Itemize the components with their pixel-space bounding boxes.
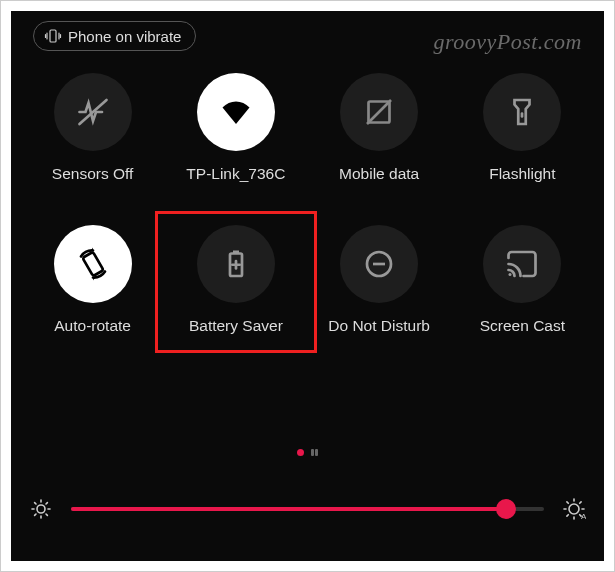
flashlight-icon [504,94,540,130]
mobile-data-off-icon [361,94,397,130]
sensors-off-icon [75,94,111,130]
ringer-status-chip[interactable]: Phone on vibrate [33,21,196,51]
quick-settings-grid: Sensors Off TP-Link_736C Mobile dat [11,73,604,335]
svg-line-21 [46,503,47,504]
tile-auto-rotate[interactable]: Auto-rotate [21,225,164,335]
tile-label: Mobile data [339,165,419,183]
tile-label: Do Not Disturb [328,317,430,335]
do-not-disturb-icon [361,246,397,282]
screenshot-frame: Phone on vibrate groovyPost.com Sensors … [0,0,615,572]
svg-point-12 [509,273,512,276]
tile-label: Screen Cast [480,317,565,335]
svg-line-29 [567,515,568,516]
brightness-slider-thumb[interactable] [496,499,516,519]
quick-settings-panel: Phone on vibrate groovyPost.com Sensors … [11,11,604,561]
tile-label: Flashlight [489,165,555,183]
svg-point-22 [569,504,579,514]
tile-label: Battery Saver [189,317,283,335]
svg-line-27 [567,502,568,503]
svg-line-18 [35,503,36,504]
tile-do-not-disturb[interactable]: Do Not Disturb [308,225,451,335]
svg-text:A: A [581,512,586,521]
wifi-icon [218,94,254,130]
pager-dot-inactive [311,449,319,456]
ringer-status-label: Phone on vibrate [68,28,181,45]
svg-line-20 [35,514,36,515]
svg-rect-5 [82,252,103,276]
battery-saver-icon [218,246,254,282]
tile-screen-cast[interactable]: Screen Cast [451,225,594,335]
cast-icon [504,246,540,282]
tile-label: Sensors Off [52,165,134,183]
pager-dot-active [297,449,304,456]
tile-flashlight[interactable]: Flashlight [451,73,594,183]
svg-line-19 [46,514,47,515]
svg-rect-0 [50,30,56,42]
brightness-auto-icon: A [562,497,586,521]
brightness-low-icon [29,497,53,521]
auto-rotate-icon [75,246,111,282]
brightness-slider-fill [71,507,506,511]
tile-mobile-data[interactable]: Mobile data [308,73,451,183]
watermark-text: groovyPost.com [433,29,582,55]
tile-label: TP-Link_736C [186,165,285,183]
svg-point-13 [37,505,45,513]
tile-sensors-off[interactable]: Sensors Off [21,73,164,183]
brightness-slider[interactable] [71,507,544,511]
tile-wifi[interactable]: TP-Link_736C [164,73,307,183]
vibrate-icon [44,27,62,45]
brightness-control: A [29,497,586,521]
tile-label: Auto-rotate [54,317,131,335]
page-indicator [11,449,604,456]
svg-rect-7 [233,251,239,254]
tile-battery-saver[interactable]: Battery Saver [164,225,307,335]
svg-line-3 [367,100,391,124]
svg-line-30 [580,502,581,503]
